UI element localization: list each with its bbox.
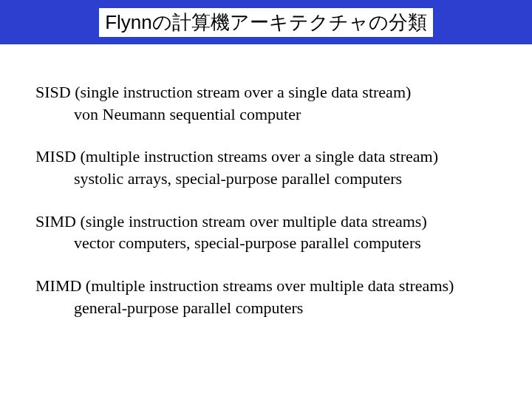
slide-header: Flynnの計算機アーキテクチャの分類 (0, 0, 532, 44)
item-heading: SISD (single instruction stream over a s… (35, 81, 497, 103)
item-heading: SIMD (single instruction stream over mul… (35, 211, 497, 233)
slide-title: Flynnの計算機アーキテクチャの分類 (99, 8, 433, 37)
item-description: von Neumann sequential computer (35, 103, 497, 126)
item-heading: MIMD (multiple instruction streams over … (35, 275, 497, 297)
item-description: systolic arrays, special-purpose paralle… (35, 168, 497, 190)
item-description: vector computers, special-purpose parall… (35, 232, 497, 254)
item-heading: MISD (multiple instruction streams over … (35, 146, 497, 168)
item-description: general-purpose parallel computers (35, 297, 497, 319)
slide-content: SISD (single instruction stream over a s… (0, 44, 532, 355)
list-item: SISD (single instruction stream over a s… (35, 81, 497, 125)
list-item: MISD (multiple instruction streams over … (35, 146, 497, 189)
list-item: SIMD (single instruction stream over mul… (35, 211, 497, 254)
list-item: MIMD (multiple instruction streams over … (35, 275, 497, 318)
